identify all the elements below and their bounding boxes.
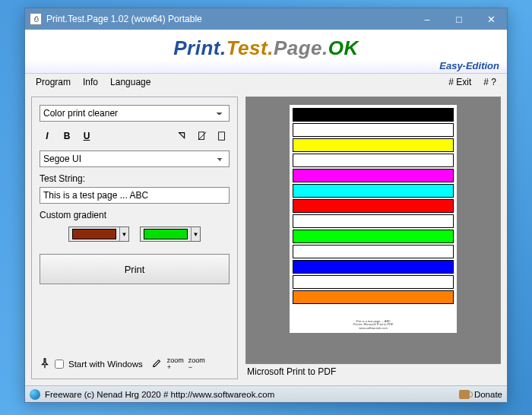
zoom-out-icon[interactable]: zoom− (188, 357, 205, 371)
window-title: Print.Test.Page 1.02 (wow64) Portable (46, 14, 411, 24)
gradient-label: Custom gradient (40, 210, 230, 220)
zoom-in-icon[interactable]: zoom+ (167, 357, 184, 371)
color-bar (293, 199, 454, 213)
menu-help[interactable]: # ? (477, 75, 502, 89)
statusbar: Freeware (c) Nenad Hrg 2020 # http://www… (25, 385, 507, 402)
preview-viewport[interactable]: This is a test page ... ABCPrinter: Micr… (245, 97, 501, 364)
format-toolbar: I B U (40, 128, 230, 144)
sheet-icon (217, 131, 227, 141)
menubar: Program Info Language # Exit # ? (25, 74, 507, 90)
edition-label: Easy-Edition (439, 60, 499, 71)
mode-select[interactable]: Color print cleaner (40, 105, 230, 122)
minimize-button[interactable]: – (411, 8, 443, 30)
page-footer: This is a test page ... ABCPrinter: Micr… (293, 306, 454, 331)
rotate-icon (177, 131, 188, 141)
app-icon: ⎙ (30, 13, 42, 25)
menu-info[interactable]: Info (77, 75, 104, 89)
main-window: ⎙ Print.Test.Page 1.02 (wow64) Portable … (24, 8, 508, 403)
preview-panel: This is a test page ... ABCPrinter: Micr… (245, 97, 501, 379)
donate-icon[interactable] (459, 390, 470, 399)
color-bar (293, 275, 454, 289)
edit-icon[interactable] (152, 358, 163, 370)
content-area: Color print cleaner I B U Segoe UI (25, 90, 507, 385)
italic-button[interactable]: I (40, 129, 55, 143)
page-icon (197, 131, 207, 141)
brand-logo: Print.Test.Page.OK (173, 36, 359, 60)
preview-page: This is a test page ... ABCPrinter: Micr… (290, 105, 457, 333)
font-select[interactable]: Segoe UI (40, 150, 230, 167)
color-bar (293, 154, 454, 167)
test-string-input[interactable] (40, 187, 230, 204)
start-with-windows-label: Start with Windows (68, 360, 143, 369)
bottom-toolbar: Start with Windows zoom+ zoom− (40, 357, 230, 371)
bold-button[interactable]: B (59, 129, 74, 143)
gradient-row: ▼ ▼ (40, 223, 230, 245)
menu-program[interactable]: Program (30, 75, 77, 89)
test-string-label: Test String: (40, 173, 230, 184)
brand-banner: Print.Test.Page.OK Easy-Edition (25, 30, 507, 74)
color-bar (293, 169, 454, 182)
gradient-swatch-1 (72, 229, 116, 239)
chevron-down-icon[interactable]: ▼ (119, 227, 128, 241)
svg-rect-2 (219, 132, 225, 141)
maximize-button[interactable]: □ (443, 8, 475, 30)
brand-part-3: Page. (274, 36, 328, 59)
titlebar[interactable]: ⎙ Print.Test.Page 1.02 (wow64) Portable … (25, 8, 507, 30)
gradient-swatch-2 (144, 229, 188, 239)
color-bar (293, 214, 454, 228)
chevron-down-icon[interactable]: ▼ (191, 227, 200, 241)
color-bar (293, 123, 454, 137)
donate-link[interactable]: Donate (474, 390, 502, 399)
orientation-button[interactable] (175, 129, 190, 143)
globe-icon (30, 389, 40, 400)
brand-part-1: Print. (173, 36, 226, 59)
svg-line-1 (198, 132, 207, 141)
gradient-color-1-button[interactable]: ▼ (68, 227, 129, 242)
color-bar (293, 230, 454, 243)
brand-part-4: OK (328, 36, 359, 59)
start-with-windows-checkbox[interactable] (55, 360, 64, 369)
gradient-color-2-button[interactable]: ▼ (140, 227, 201, 242)
blank-page-button[interactable] (214, 129, 230, 143)
printer-label: Microsoft Print to PDF (245, 364, 501, 379)
menu-exit[interactable]: # Exit (442, 75, 477, 89)
color-bar (293, 245, 454, 258)
underline-button[interactable]: U (79, 129, 94, 143)
color-bar (293, 184, 454, 198)
color-bar (293, 290, 454, 304)
print-button[interactable]: Print (40, 254, 230, 284)
brand-part-2: Test. (226, 36, 274, 59)
color-bar (293, 260, 454, 274)
settings-panel: Color print cleaner I B U Segoe UI (31, 97, 238, 379)
color-bar (293, 138, 454, 152)
pin-icon[interactable] (40, 358, 50, 370)
color-bar (293, 108, 454, 122)
page-setup-button[interactable] (195, 129, 210, 143)
close-button[interactable]: ✕ (475, 8, 507, 30)
freeware-label[interactable]: Freeware (c) Nenad Hrg 2020 # http://www… (45, 390, 274, 399)
menu-language[interactable]: Language (104, 75, 157, 89)
